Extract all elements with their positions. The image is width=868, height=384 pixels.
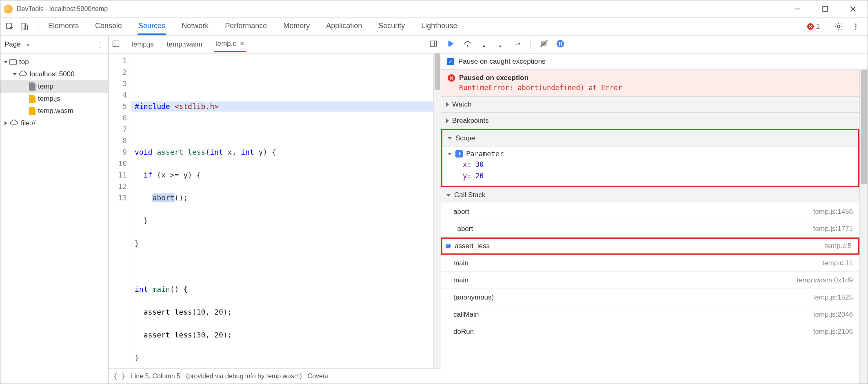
exception-message: RuntimeError: abort(undefined) at Error bbox=[459, 84, 853, 92]
expand-icon[interactable] bbox=[13, 73, 17, 75]
scope-var-x[interactable]: x: 30 bbox=[442, 159, 858, 170]
scrollbar-thumb[interactable] bbox=[435, 53, 440, 90]
tab-memory[interactable]: Memory bbox=[282, 18, 311, 35]
stack-frame[interactable]: aborttemp.js:1456 bbox=[441, 203, 859, 220]
device-toggle-icon[interactable] bbox=[18, 20, 31, 33]
pause-on-caught-checkbox[interactable]: ✓ bbox=[447, 58, 454, 65]
breakpoints-section-header[interactable]: Breakpoints bbox=[441, 113, 859, 129]
close-tab-icon[interactable]: ✕ bbox=[240, 40, 245, 47]
expand-icon[interactable] bbox=[4, 61, 8, 63]
debug-info-link[interactable]: temp.wasm bbox=[266, 373, 300, 380]
watch-section-header[interactable]: Watch bbox=[441, 96, 859, 113]
scrollbar-thumb[interactable] bbox=[861, 70, 867, 184]
page-panel-title[interactable]: Page bbox=[4, 40, 21, 49]
editor-tab-tempwasm[interactable]: temp.wasm bbox=[165, 37, 204, 52]
page-panel-more-icon[interactable]: ⋮ bbox=[96, 40, 104, 49]
toggle-navigator-icon[interactable] bbox=[112, 40, 120, 49]
tab-elements[interactable]: Elements bbox=[47, 18, 80, 35]
stack-frame-current[interactable]: assert_lesstemp.c:5 bbox=[441, 238, 859, 255]
scope-var-y[interactable]: y: 20 bbox=[442, 170, 858, 182]
tree-label: localhost:5000 bbox=[30, 70, 75, 78]
tree-file-tempjs[interactable]: temp.js bbox=[0, 93, 108, 105]
panel-tabs: Elements Console Sources Network Perform… bbox=[47, 18, 803, 35]
error-count: 1 bbox=[816, 23, 820, 30]
page-panel-header: Page » ⋮ bbox=[0, 36, 108, 53]
tree-file-temp[interactable]: temp bbox=[0, 80, 108, 93]
file-icon bbox=[29, 107, 36, 115]
stack-frame[interactable]: maintemp.wasm:0x1d9 bbox=[441, 272, 859, 289]
tab-performance[interactable]: Performance bbox=[224, 18, 268, 35]
stack-frame[interactable]: _aborttemp.js:1771 bbox=[441, 220, 859, 238]
tab-application[interactable]: Application bbox=[325, 18, 363, 35]
chevron-right-icon[interactable]: » bbox=[27, 41, 30, 48]
editor-tabs: temp.js temp.wasm temp.c✕ bbox=[109, 36, 441, 53]
stack-frame[interactable]: (anonymous)temp.js:1525 bbox=[441, 289, 859, 306]
main-area: Page » ⋮ top localhost:5000 t bbox=[0, 36, 868, 384]
main-toolbar: Elements Console Sources Network Perform… bbox=[0, 18, 868, 36]
callstack-section-header[interactable]: Call Stack bbox=[441, 187, 859, 203]
svg-point-18 bbox=[499, 45, 502, 47]
step-over-button[interactable] bbox=[463, 39, 472, 49]
more-icon[interactable] bbox=[850, 21, 861, 32]
svg-rect-1 bbox=[823, 7, 828, 11]
close-button[interactable] bbox=[845, 3, 861, 15]
tree-host[interactable]: localhost:5000 bbox=[0, 68, 108, 80]
step-out-button[interactable] bbox=[496, 39, 505, 49]
step-button[interactable] bbox=[512, 39, 521, 49]
pretty-print-icon[interactable]: { } bbox=[113, 372, 125, 380]
resume-button[interactable] bbox=[447, 39, 456, 49]
tree-file-tempwasm[interactable]: temp.wasm bbox=[0, 105, 108, 117]
window-frame-icon bbox=[9, 59, 17, 65]
tab-console[interactable]: Console bbox=[94, 18, 123, 35]
maximize-button[interactable] bbox=[817, 3, 833, 15]
debug-scrollbar[interactable] bbox=[859, 70, 868, 384]
code-content[interactable]: #include <stdlib.h> void assert_less(int… bbox=[131, 53, 433, 368]
pause-on-exceptions-button[interactable] bbox=[556, 39, 565, 49]
tree-file-scheme[interactable]: file:// bbox=[0, 117, 108, 129]
editor-tab-tempc[interactable]: temp.c✕ bbox=[214, 36, 246, 52]
editor-tab-tempjs[interactable]: temp.js bbox=[130, 37, 155, 52]
svg-point-10 bbox=[855, 28, 856, 29]
editor-scrollbar[interactable] bbox=[433, 53, 441, 368]
step-into-button[interactable] bbox=[480, 39, 488, 49]
inspect-icon[interactable] bbox=[4, 20, 16, 33]
devtools-window: DevTools - localhost:5000/temp Elements … bbox=[0, 0, 868, 384]
paused-exception-box: ✕Paused on exception RuntimeError: abort… bbox=[441, 70, 859, 96]
expand-icon[interactable] bbox=[4, 121, 7, 125]
pause-on-caught-label: Pause on caught exceptions bbox=[458, 58, 546, 66]
tree-top[interactable]: top bbox=[0, 56, 108, 68]
separator bbox=[38, 21, 38, 32]
file-icon bbox=[29, 95, 36, 103]
exception-title: Paused on exception bbox=[459, 74, 528, 82]
debugger-panel: ✓ Pause on caught exceptions ✕Paused on … bbox=[441, 36, 868, 384]
svg-rect-23 bbox=[561, 42, 562, 45]
cloud-icon bbox=[9, 119, 18, 128]
tab-security[interactable]: Security bbox=[377, 18, 406, 35]
cursor-position: Line 5, Column 5 bbox=[131, 373, 180, 380]
tab-sources[interactable]: Sources bbox=[138, 18, 166, 35]
code-editor[interactable]: 12345678910111213 #include <stdlib.h> vo… bbox=[109, 53, 441, 368]
tab-lighthouse[interactable]: Lighthouse bbox=[420, 18, 458, 35]
stack-frame[interactable]: callMaintemp.js:2046 bbox=[441, 306, 859, 323]
minimize-button[interactable] bbox=[789, 3, 806, 15]
stack-frame[interactable]: doRuntemp.js:2106 bbox=[441, 323, 859, 340]
settings-icon[interactable] bbox=[833, 21, 844, 32]
deactivate-breakpoints-button[interactable] bbox=[539, 39, 548, 49]
tree-label: file:// bbox=[21, 119, 36, 127]
file-tree: top localhost:5000 temp temp.js t bbox=[0, 53, 108, 132]
expand-icon bbox=[448, 153, 452, 155]
tab-network[interactable]: Network bbox=[181, 18, 209, 35]
cloud-icon bbox=[18, 70, 27, 79]
debug-info-text: (provided via debug info by temp.wasm) bbox=[186, 373, 302, 380]
svg-rect-13 bbox=[431, 41, 437, 46]
scope-section-header[interactable]: Scope bbox=[442, 130, 858, 146]
window-title: DevTools - localhost:5000/temp bbox=[17, 5, 789, 13]
expand-icon bbox=[446, 194, 451, 197]
error-count-badge[interactable]: ✕ 1 bbox=[803, 22, 824, 31]
expand-icon bbox=[447, 137, 452, 140]
toggle-debugger-icon[interactable] bbox=[429, 40, 437, 49]
stack-frame[interactable]: maintemp.c:11 bbox=[441, 255, 859, 272]
scope-group-parameter[interactable]: f Parameter bbox=[442, 149, 858, 159]
svg-rect-22 bbox=[559, 42, 560, 45]
svg-point-19 bbox=[518, 43, 520, 45]
